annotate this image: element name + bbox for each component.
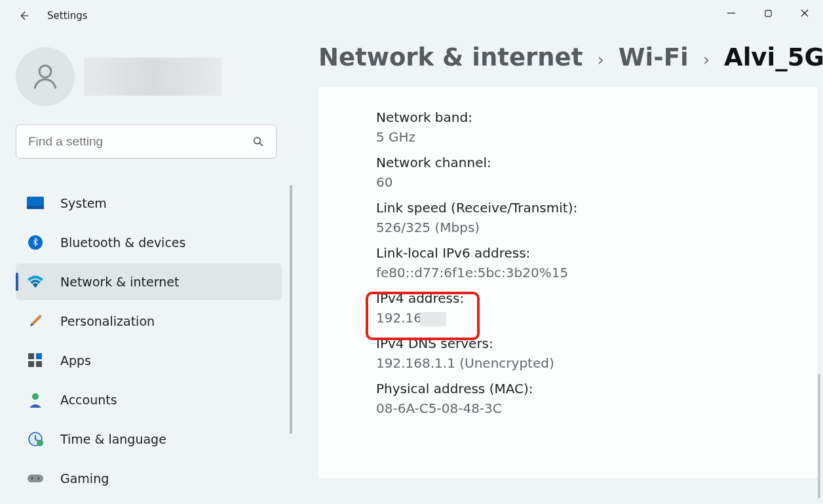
sidebar-item-system[interactable]: System — [16, 185, 282, 222]
maximize-button[interactable] — [750, 0, 786, 26]
ipv4-redacted — [420, 312, 446, 326]
wifi-icon — [26, 273, 45, 291]
breadcrumb: Network & internet › Wi-Fi › Alvi_5G — [318, 43, 818, 71]
brush-icon — [26, 312, 45, 330]
detail-network-band: Network band: 5 GHz — [376, 108, 818, 146]
breadcrumb-network[interactable]: Network & internet — [318, 43, 583, 71]
maximize-icon — [764, 9, 773, 18]
sidebar-item-label: System — [60, 196, 107, 210]
search-icon — [252, 136, 264, 147]
svg-rect-13 — [36, 361, 42, 367]
svg-point-18 — [31, 478, 33, 480]
svg-rect-1 — [765, 10, 771, 16]
clock-icon — [26, 430, 45, 448]
svg-rect-12 — [28, 361, 34, 367]
system-icon — [26, 194, 45, 212]
accounts-icon — [26, 391, 45, 409]
app-title: Settings — [47, 10, 88, 22]
sidebar-item-personalization[interactable]: Personalization — [16, 303, 282, 339]
sidebar-item-gaming[interactable]: Gaming — [16, 460, 282, 497]
sidebar-item-label: Apps — [60, 353, 91, 368]
close-icon — [800, 9, 809, 18]
detail-value: 192.16 — [376, 309, 818, 327]
user-icon — [29, 61, 61, 92]
sidebar-item-label: Accounts — [60, 393, 117, 407]
sidebar-item-label: Bluetooth & devices — [60, 235, 185, 250]
detail-value: 192.168.1.1 (Unencrypted) — [376, 354, 818, 372]
arrow-left-icon — [18, 10, 29, 22]
user-name-redacted — [84, 58, 221, 96]
chevron-right-icon: › — [703, 50, 710, 69]
detail-value: 08-6A-C5-08-48-3C — [376, 399, 818, 417]
svg-rect-17 — [28, 475, 43, 482]
apps-icon — [26, 351, 45, 370]
detail-label: Physical address (MAC): — [376, 379, 818, 398]
main-scrollbar[interactable] — [818, 374, 820, 498]
detail-label: Network band: — [376, 108, 818, 126]
detail-value: 526/325 (Mbps) — [376, 218, 818, 237]
detail-network-channel: Network channel: 60 — [376, 153, 818, 191]
detail-label: IPv4 address: — [376, 289, 818, 307]
svg-point-19 — [38, 478, 40, 480]
svg-point-16 — [37, 440, 43, 446]
window-controls — [713, 0, 823, 26]
sidebar-item-accounts[interactable]: Accounts — [16, 381, 282, 418]
sidebar-item-label: Gaming — [60, 471, 109, 486]
detail-value: fe80::d77:6f1e:5bc:3b20%15 — [376, 263, 818, 282]
search-box[interactable] — [16, 125, 277, 159]
sidebar: System Bluetooth & devices Network & int… — [0, 31, 288, 504]
sidebar-item-time-language[interactable]: Time & language — [16, 421, 282, 457]
search-input[interactable] — [28, 134, 252, 149]
minimize-button[interactable] — [713, 0, 750, 26]
sidebar-item-label: Personalization — [60, 314, 155, 328]
detail-label: IPv4 DNS servers: — [376, 334, 818, 353]
detail-ipv6-local: Link-local IPv6 address: fe80::d77:6f1e:… — [376, 244, 818, 282]
details-card: Network band: 5 GHz Network channel: 60 … — [318, 87, 818, 478]
detail-ipv4: IPv4 address: 192.16 — [376, 289, 818, 327]
svg-rect-8 — [27, 206, 44, 209]
svg-line-6 — [259, 143, 263, 146]
sidebar-item-label: Time & language — [60, 432, 166, 446]
ipv4-prefix: 192.16 — [376, 310, 422, 326]
close-button[interactable] — [786, 0, 823, 26]
main-pane: Network & internet › Wi-Fi › Alvi_5G Net… — [318, 43, 818, 478]
detail-value: 60 — [376, 173, 818, 191]
user-row — [16, 47, 288, 106]
detail-value: 5 GHz — [376, 128, 818, 146]
nav: System Bluetooth & devices Network & int… — [16, 185, 282, 497]
sidebar-item-network[interactable]: Network & internet — [16, 263, 282, 300]
detail-label: Network channel: — [376, 153, 818, 172]
titlebar: Settings — [0, 0, 823, 31]
detail-dns: IPv4 DNS servers: 192.168.1.1 (Unencrypt… — [376, 334, 818, 372]
svg-point-5 — [254, 138, 261, 144]
detail-label: Link-local IPv6 address: — [376, 244, 818, 262]
minimize-icon — [727, 9, 736, 18]
sidebar-item-bluetooth[interactable]: Bluetooth & devices — [16, 224, 282, 261]
avatar[interactable] — [16, 47, 75, 106]
sidebar-item-label: Network & internet — [60, 275, 179, 289]
svg-point-14 — [32, 393, 39, 400]
detail-link-speed: Link speed (Receive/Transmit): 526/325 (… — [376, 199, 818, 237]
sidebar-item-apps[interactable]: Apps — [16, 342, 282, 379]
breadcrumb-current: Alvi_5G — [724, 43, 823, 71]
breadcrumb-wifi[interactable]: Wi-Fi — [619, 43, 689, 71]
back-button[interactable] — [10, 3, 37, 29]
gamepad-icon — [26, 469, 45, 488]
svg-point-4 — [39, 66, 51, 77]
svg-rect-11 — [36, 353, 42, 359]
bluetooth-icon — [26, 233, 45, 252]
detail-label: Link speed (Receive/Transmit): — [376, 199, 818, 217]
detail-mac: Physical address (MAC): 08-6A-C5-08-48-3… — [376, 379, 818, 417]
sidebar-scrollbar[interactable] — [290, 185, 292, 434]
svg-rect-10 — [28, 353, 34, 359]
chevron-right-icon: › — [597, 50, 603, 69]
